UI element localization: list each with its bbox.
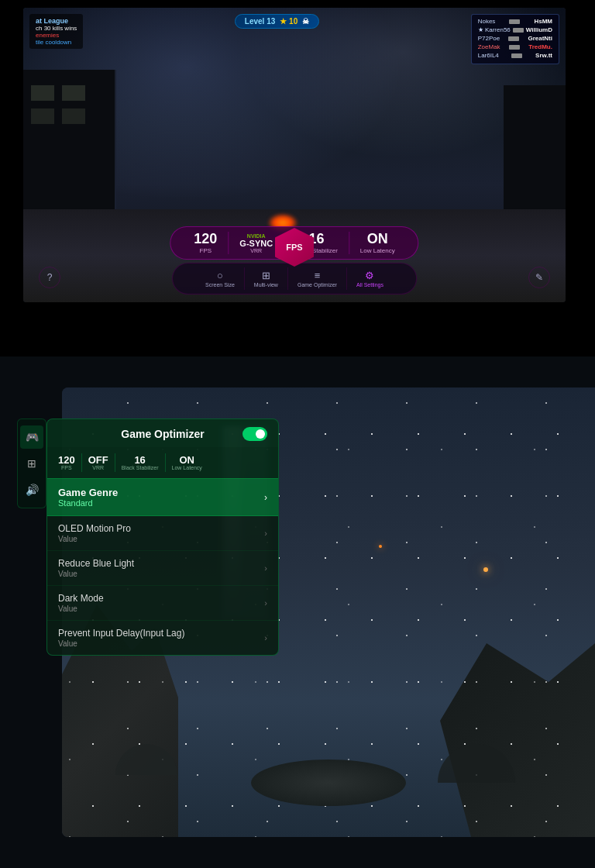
player-score-red: TredMu. (528, 43, 552, 50)
edit-button[interactable]: ✎ (528, 267, 550, 288)
screen-icon: ⊞ (27, 457, 36, 470)
skull-icon: ☠ (302, 17, 309, 26)
fps-label: FPS (200, 247, 212, 254)
hud-right: Nokes HsMM ★ Karren56 WilliumD P72Poe Gr… (471, 14, 559, 64)
menu-item-pid-left: Prevent Input Delay(Input Lag) Value (58, 628, 184, 648)
oled-motion-value: Value (58, 535, 131, 543)
building-left (23, 70, 116, 225)
mini-vrr-label: VRR (92, 465, 104, 470)
player-score: GreatNti (528, 35, 552, 42)
panel-toggle[interactable] (242, 427, 267, 441)
level-badge: Level 13 ★ 10 ☠ (235, 14, 319, 29)
weapon-icon (509, 19, 520, 24)
player-row: Nokes HsMM (478, 18, 552, 25)
dark-mode-chevron: › (264, 598, 267, 608)
prevent-input-delay-value: Value (58, 639, 184, 648)
fps-value: 120 (194, 232, 217, 246)
player-name: Lar6IL4 (478, 52, 499, 59)
multi-view-icon: ⊞ (262, 270, 270, 281)
toolbar-screen-size[interactable]: ○ Screen Size (196, 267, 245, 290)
help-button[interactable]: ? (39, 267, 60, 288)
dark-mode-title: Dark Mode (58, 593, 104, 604)
game-genre-title: Game Genre (58, 487, 118, 498)
game-genre-value: Standard (58, 498, 118, 508)
player-name: P72Poe (478, 35, 500, 42)
sidebar-screen-button[interactable]: ⊞ (20, 452, 43, 475)
all-settings-icon: ⚙ (365, 270, 374, 281)
toolbar-all-settings[interactable]: ⚙ All Settings (347, 267, 393, 290)
player-row: Lar6IL4 Srw.tt (478, 52, 552, 59)
mini-stat-latency: ON Low Latency (172, 455, 202, 470)
nvidia-text: NVIDIA (247, 233, 266, 239)
gamepad-icon: 🎮 (26, 431, 39, 443)
mini-stats-row: 120 FPS OFF VRR 16 Black Stabilizer ON L… (47, 447, 278, 478)
player-row: ★ Karren56 WilliumD (478, 26, 552, 33)
mini-stat-fps: 120 FPS (58, 455, 75, 470)
prevent-input-delay-chevron: › (264, 633, 267, 642)
player-name: ★ Karren56 (478, 26, 511, 33)
gsync-sub: VRR (250, 248, 262, 253)
sidebar-gamepad-button[interactable]: 🎮 (20, 425, 43, 449)
prevent-input-delay-title: Prevent Input Delay(Input Lag) (58, 628, 184, 639)
menu-item-reduce-blue-light[interactable]: Reduce Blue Light Value › (47, 551, 278, 586)
oled-motion-chevron: › (264, 529, 267, 538)
game-optimizer-label: Game Optimizer (298, 282, 337, 288)
player-row: P72Poe GreatNti (478, 35, 552, 42)
menu-item-dark-mode[interactable]: Dark Mode Value › (47, 586, 278, 621)
menu-item-game-genre[interactable]: Game Genre Standard › (47, 478, 278, 516)
side-icon-bar: 🎮 ⊞ 🔊 (17, 418, 46, 508)
weapon-icon (511, 53, 522, 58)
panel-title: Game Optimizer (83, 428, 242, 440)
hud-top: at League ch 30 kills wins enemies tile … (29, 14, 559, 64)
bottom-section: 🎮 ⊞ 🔊 Game Optimizer 120 FPS OFF VRR (0, 356, 595, 868)
mini-stat-divider-2 (115, 453, 115, 472)
building-right (504, 85, 566, 225)
gsync-text: G-SYNC (239, 239, 273, 248)
mini-vrr-value: OFF (88, 455, 108, 465)
ground (251, 760, 406, 806)
star-icon: ★ 10 (280, 17, 298, 26)
toolbar-game-optimizer[interactable]: ≡ Game Optimizer (288, 267, 347, 290)
reduce-blue-light-value: Value (58, 570, 134, 578)
game-genre-chevron: › (264, 492, 267, 503)
toolbar-multi-view[interactable]: ⊞ Multi-view (245, 267, 288, 290)
panel-header: Game Optimizer (47, 419, 278, 447)
game-screenshot: at League ch 30 kills wins enemies tile … (23, 8, 566, 302)
player-score: HsMM (534, 18, 552, 25)
fps-badge-text: FPS (286, 243, 302, 252)
top-section: at League ch 30 kills wins enemies tile … (0, 0, 595, 356)
mini-lat-value: ON (179, 455, 194, 465)
weapon-icon (509, 45, 520, 50)
menu-item-oled-left: OLED Motion Pro Value (58, 523, 131, 543)
screen-size-icon: ○ (217, 270, 223, 281)
oled-motion-title: OLED Motion Pro (58, 523, 131, 534)
mini-fps-value: 120 (58, 455, 75, 465)
weapon-icon (513, 28, 524, 33)
sidebar-volume-button[interactable]: 🔊 (20, 478, 43, 501)
menu-item-oled-motion-pro[interactable]: OLED Motion Pro Value › (47, 516, 278, 551)
player-row: ZoeMak TredMu. (478, 43, 552, 50)
screen-size-label: Screen Size (205, 282, 235, 288)
volume-icon: 🔊 (26, 484, 39, 496)
reduce-blue-light-title: Reduce Blue Light (58, 558, 134, 569)
mini-stat-vrr: OFF VRR (88, 455, 108, 470)
game-optimizer-icon: ≡ (315, 270, 321, 281)
mini-stat-black-stab: 16 Black Stabilizer (122, 455, 159, 470)
menu-item-rbl-left: Reduce Blue Light Value (58, 558, 134, 578)
player-score: WilliumD (526, 26, 552, 33)
mini-fps-label: FPS (61, 465, 72, 470)
league-text: at League (36, 17, 77, 25)
gsync-logo: NVIDIA G-SYNC VRR (239, 233, 273, 253)
dark-mode-value: Value (58, 604, 104, 613)
reduce-blue-light-chevron: › (264, 563, 267, 573)
mini-lat-label: Low Latency (172, 465, 202, 470)
player-name-enemy: ZoeMak (478, 43, 500, 50)
menu-item-dm-left: Dark Mode Value (58, 593, 104, 613)
hud-center: Level 13 ★ 10 ☠ (235, 14, 319, 29)
mini-bs-value: 16 (134, 455, 145, 465)
menu-item-game-genre-left: Game Genre Standard (58, 487, 118, 508)
mini-stat-divider (81, 453, 82, 472)
enemies-text: enemies (36, 32, 77, 39)
menu-item-prevent-input-delay[interactable]: Prevent Input Delay(Input Lag) Value › (47, 621, 278, 655)
bottom-toolbar: ○ Screen Size ⊞ Multi-view ≡ Game Optimi… (172, 263, 417, 294)
